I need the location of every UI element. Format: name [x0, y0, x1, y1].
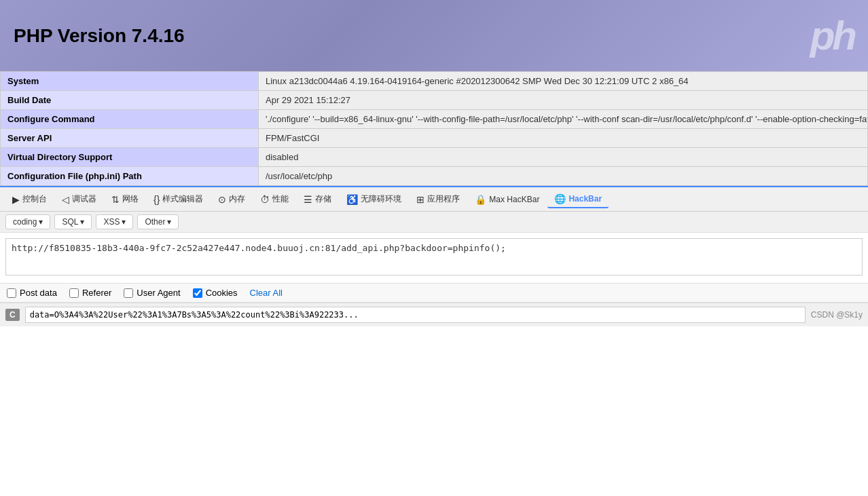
table-cell-value: /usr/local/etc/php	[259, 167, 868, 186]
debugger-icon: ◁	[62, 194, 69, 205]
post-data-label: Post data	[20, 288, 57, 298]
table-cell-label: Virtual Directory Support	[1, 148, 259, 167]
referer-checkbox-label[interactable]: Referer	[69, 288, 111, 298]
user-agent-label: User Agent	[137, 288, 180, 298]
menu-xss-arrow: ▾	[122, 217, 126, 227]
hackbar-menu-bar: coding ▾ SQL ▾ XSS ▾ Other ▾	[0, 212, 868, 233]
table-cell-value: disabled	[259, 148, 868, 167]
table-row: Server APIFPM/FastCGI	[1, 129, 868, 148]
network-icon: ⇅	[111, 194, 120, 205]
tab-performance[interactable]: ⏱ 性能	[253, 191, 295, 208]
referer-checkbox[interactable]	[69, 288, 79, 298]
menu-sql-label: SQL	[62, 217, 78, 227]
tab-accessibility[interactable]: ♿ 无障碍环境	[340, 191, 408, 208]
php-header: PHP Version 7.4.16 ph	[0, 0, 868, 71]
table-row: Build DateApr 29 2021 15:12:27	[1, 91, 868, 110]
memory-icon: ⊙	[218, 194, 226, 205]
php-logo: ph	[810, 12, 854, 59]
post-data-checkbox[interactable]	[7, 288, 16, 298]
tab-app-label: 应用程序	[427, 193, 460, 205]
tab-network[interactable]: ⇅ 网络	[105, 191, 145, 208]
url-input-area	[0, 233, 868, 284]
tab-maxhackbar-label: Max HacKBar	[489, 195, 539, 204]
php-info-table-section: SystemLinux a213dc0044a6 4.19.164-041916…	[0, 71, 868, 186]
tab-debugger-label: 调试器	[72, 193, 96, 205]
tab-maxhackbar[interactable]: 🔒 Max HacKBar	[468, 191, 546, 208]
table-cell-value: Apr 29 2021 15:12:27	[259, 91, 868, 110]
console-icon: ▶	[12, 194, 20, 205]
table-cell-label: Configure Command	[1, 110, 259, 129]
tab-memory-label: 内存	[229, 193, 245, 205]
menu-coding-arrow: ▾	[39, 217, 43, 227]
csdn-label: CSDN @Sk1y	[811, 310, 863, 320]
options-bar: Post data Referer User Agent Cookies Cle…	[0, 284, 868, 303]
table-row: Configuration File (php.ini) Path/usr/lo…	[1, 167, 868, 186]
tab-storage-label: 存储	[315, 193, 331, 205]
table-cell-value: FPM/FastCGI	[259, 129, 868, 148]
menu-xss-label: XSS	[103, 217, 120, 227]
cookies-checkbox[interactable]	[193, 288, 202, 298]
tab-console-label: 控制台	[22, 193, 47, 205]
cookies-label: Cookies	[206, 288, 238, 298]
data-input[interactable]	[25, 307, 806, 323]
user-agent-checkbox-label[interactable]: User Agent	[124, 288, 180, 298]
tab-console[interactable]: ▶ 控制台	[5, 191, 54, 208]
table-cell-label: Configuration File (php.ini) Path	[1, 167, 259, 186]
tab-debugger[interactable]: ◁ 调试器	[55, 191, 103, 208]
menu-other-arrow: ▾	[167, 217, 171, 227]
menu-coding[interactable]: coding ▾	[5, 214, 50, 229]
user-agent-checkbox[interactable]	[124, 288, 133, 298]
tab-style-editor-label: 样式编辑器	[162, 193, 203, 205]
tab-network-label: 网络	[122, 193, 139, 205]
menu-sql-arrow: ▾	[80, 217, 84, 227]
table-cell-label: System	[1, 72, 259, 91]
storage-icon: ☰	[304, 194, 312, 205]
tab-accessibility-label: 无障碍环境	[361, 193, 401, 205]
referer-label: Referer	[82, 288, 111, 298]
clear-all-button[interactable]: Clear All	[250, 288, 283, 298]
url-input[interactable]	[5, 238, 863, 275]
style-editor-icon: {}	[153, 194, 160, 205]
table-row: SystemLinux a213dc0044a6 4.19.164-041916…	[1, 72, 868, 91]
table-row: Virtual Directory Supportdisabled	[1, 148, 868, 167]
accessibility-icon: ♿	[346, 194, 358, 205]
tab-hackbar[interactable]: 🌐 HackBar	[547, 191, 609, 208]
app-icon: ⊞	[416, 194, 424, 205]
menu-sql[interactable]: SQL ▾	[54, 214, 92, 229]
tab-hackbar-label: HackBar	[568, 194, 602, 204]
devtools-bar: ▶ 控制台 ◁ 调试器 ⇅ 网络 {} 样式编辑器 ⊙ 内存 ⏱ 性能 ☰ 存储…	[0, 186, 868, 212]
data-bar: C CSDN @Sk1y	[0, 303, 868, 326]
performance-icon: ⏱	[260, 194, 270, 205]
post-data-checkbox-label[interactable]: Post data	[7, 288, 57, 298]
tab-storage[interactable]: ☰ 存储	[297, 191, 338, 208]
tab-memory[interactable]: ⊙ 内存	[211, 191, 252, 208]
tab-performance-label: 性能	[272, 193, 289, 205]
tab-style-editor[interactable]: {} 样式编辑器	[147, 191, 210, 208]
menu-xss[interactable]: XSS ▾	[96, 214, 133, 229]
table-cell-value: './configure' '--build=x86_64-linux-gnu'…	[259, 110, 868, 129]
tab-app[interactable]: ⊞ 应用程序	[410, 191, 467, 208]
table-cell-value: Linux a213dc0044a6 4.19.164-0419164-gene…	[259, 72, 868, 91]
php-info-table: SystemLinux a213dc0044a6 4.19.164-041916…	[0, 71, 868, 186]
maxhackbar-icon: 🔒	[475, 194, 486, 205]
data-type-label[interactable]: C	[5, 309, 20, 321]
cookies-checkbox-label[interactable]: Cookies	[193, 288, 238, 298]
hackbar-icon: 🌐	[554, 193, 566, 204]
php-version-title: PHP Version 7.4.16	[14, 25, 185, 47]
table-cell-label: Build Date	[1, 91, 259, 110]
menu-other[interactable]: Other ▾	[137, 214, 179, 229]
table-row: Configure Command'./configure' '--build=…	[1, 110, 868, 129]
table-cell-label: Server API	[1, 129, 259, 148]
menu-other-label: Other	[145, 217, 165, 227]
menu-coding-label: coding	[13, 217, 37, 227]
